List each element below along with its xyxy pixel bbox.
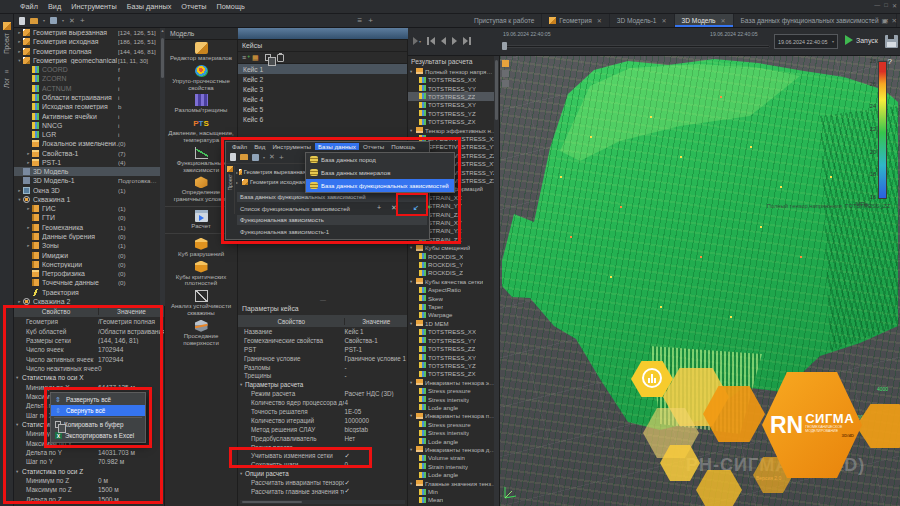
tree-item[interactable]: ACTNUMi xyxy=(14,84,164,93)
tab[interactable]: 3D Модель✕ xyxy=(675,14,734,27)
table-row[interactable]: Геометрия/Геометрия полная xyxy=(14,317,164,326)
tree-item[interactable]: Исходная геометрияb xyxy=(14,102,164,111)
checkbox-checked-icon[interactable]: ✓ xyxy=(344,479,407,487)
result-item[interactable]: TOTSTRESS_ZZ xyxy=(408,92,499,100)
tree-item[interactable]: ▸Геометрия полная[144, 146, 81] xyxy=(14,47,164,56)
expander-icon[interactable]: ▾ xyxy=(14,469,22,474)
results-scrollbar[interactable] xyxy=(494,56,499,506)
tree-item[interactable]: Точечные данные(0) xyxy=(14,278,164,287)
dropdown-item[interactable]: База данных пород xyxy=(306,153,454,166)
close-tab-icon[interactable]: ✕ xyxy=(721,17,726,24)
result-group[interactable]: ▾Полный тензор напря… xyxy=(408,67,499,75)
table-row[interactable]: Рассчитать главные значения тенз…✓ xyxy=(238,487,407,496)
move-icon[interactable]: + xyxy=(80,16,85,25)
menubar-item[interactable]: Отчеты xyxy=(176,2,211,11)
tab[interactable]: Приступая к работе xyxy=(467,14,542,27)
clipboard-icon[interactable] xyxy=(277,54,284,62)
tree-item[interactable]: ▸PST-1(4) xyxy=(14,158,164,167)
expander-icon[interactable]: ▸ xyxy=(25,243,32,248)
tree-item[interactable]: ▾Скважина 1 xyxy=(14,195,164,204)
tree-item[interactable]: Конструкции(0) xyxy=(14,260,164,269)
menubar-item[interactable]: Вид xyxy=(43,2,66,11)
tree-item[interactable]: ▾Геометрия_geomechanical[11, 11, 30] xyxy=(14,56,164,65)
tool-button-faults[interactable]: Разломы/трещины xyxy=(165,94,237,114)
table-row[interactable]: НазваниеКейс 1 xyxy=(238,327,407,336)
dropdown-item[interactable]: База данных функциональных зависимостей xyxy=(306,179,454,192)
close-icon[interactable]: ✕ xyxy=(892,2,897,9)
table-row[interactable]: Дельта по Y14031.703 м xyxy=(14,448,164,457)
tree-item[interactable]: ▸Скважина 2 xyxy=(14,297,164,306)
skip-end-icon[interactable] xyxy=(463,37,471,45)
result-item[interactable]: TOTSTRESS_ZX xyxy=(408,370,499,378)
tree-item[interactable]: 3D Модель-1Подготовка… xyxy=(14,176,164,185)
run-button[interactable]: Запуск xyxy=(845,35,878,45)
play-icon[interactable]: ▾ xyxy=(413,37,421,45)
case-item[interactable]: Кейс 5 xyxy=(238,104,407,114)
tree-item[interactable]: ▸Геомеханика(1) xyxy=(14,223,164,232)
fwin-side-tab[interactable]: Проект xyxy=(226,166,235,214)
tree-item[interactable]: Активные ячейкиi xyxy=(14,111,164,120)
move-icon[interactable]: + xyxy=(279,153,284,162)
result-item[interactable]: TOTSTRESS_XY xyxy=(408,101,499,109)
tool-button-materials[interactable]: Редактор материалов xyxy=(165,42,237,62)
table-row[interactable]: Число активных ячеек1702944 xyxy=(14,354,164,363)
result-item[interactable]: Skew xyxy=(408,294,499,302)
timeline-slider[interactable] xyxy=(502,45,770,48)
tool-button-elastic[interactable]: Упруго-прочностные свойства xyxy=(165,65,237,92)
table-row[interactable]: Число ячеек1702944 xyxy=(14,345,164,354)
result-item[interactable]: Lode angle xyxy=(408,437,499,445)
result-item[interactable]: Stress intensity xyxy=(408,428,499,436)
tool-button-cube3[interactable]: Анализ устойчивости скважины xyxy=(165,290,237,317)
tree-item[interactable]: LGRi xyxy=(14,130,164,139)
case-item[interactable]: Кейс 2 xyxy=(238,74,407,84)
tool-button-cube4[interactable]: Проседание поверхности xyxy=(165,320,237,347)
expander-icon[interactable]: ▸ xyxy=(16,299,23,304)
tree-item[interactable]: Имиджи(0) xyxy=(14,250,164,259)
expander-icon[interactable]: ▾ xyxy=(16,197,23,202)
menubar-item[interactable]: Помощь xyxy=(212,2,250,11)
table-row[interactable]: PSTPST-1 xyxy=(238,345,407,354)
table-row[interactable]: Минимум по X64477.125 м xyxy=(14,382,164,391)
save-results-icon[interactable] xyxy=(885,35,898,48)
close-icon[interactable]: ✕ xyxy=(391,204,397,212)
result-item[interactable]: Min xyxy=(408,487,499,495)
tool-button-cube1[interactable]: Куб разрушений xyxy=(165,238,237,258)
list-icon[interactable]: ≡ xyxy=(358,16,363,25)
result-item[interactable]: TOTSTRESS_YZ xyxy=(408,109,499,117)
functional-dependency-item[interactable]: Функциональная зависимость-1 xyxy=(237,225,427,238)
fwin-menubar-item[interactable]: Вид xyxy=(251,143,268,150)
result-group[interactable]: ▾Кубы качества сетки xyxy=(408,277,499,285)
result-item[interactable]: Volume strain xyxy=(408,454,499,462)
case-item[interactable]: Кейс 1 xyxy=(238,64,407,74)
result-item[interactable]: Warpage xyxy=(408,311,499,319)
table-row[interactable]: Режим расчетаРасчет НДС (3D) xyxy=(238,389,407,398)
result-item[interactable]: TOTSTRESS_XX xyxy=(408,328,499,336)
delete-icon[interactable]: ✕ xyxy=(69,17,75,25)
open-folder-icon[interactable] xyxy=(240,154,248,160)
tree-item[interactable]: ▸Геометрия вырезанная xyxy=(236,167,306,177)
result-group[interactable]: ▾1D MEM xyxy=(408,319,499,327)
tree-item[interactable]: Петрофизика(0) xyxy=(14,269,164,278)
tree-item[interactable]: ▸Окна 3D(1) xyxy=(14,186,164,195)
expander-icon[interactable]: ▸ xyxy=(25,206,32,211)
step-back-icon[interactable] xyxy=(441,37,446,45)
skip-start-icon[interactable] xyxy=(427,37,435,45)
tool-button-pts[interactable]: PTSДавление, насыщение, температура xyxy=(165,117,237,144)
table-row[interactable]: Шаг по Y70.982 м xyxy=(14,457,164,466)
save-icon[interactable] xyxy=(50,17,57,24)
open-folder-icon[interactable] xyxy=(30,18,38,24)
result-item[interactable]: TOTSTRESS_YY xyxy=(408,336,499,344)
table-row[interactable]: Минимум по Z0 м xyxy=(14,476,164,485)
tree-item[interactable]: ▸Геометрия вырезанная[124, 126, 51] xyxy=(14,28,164,37)
chevron-down-icon[interactable]: ▾ xyxy=(62,18,64,23)
result-item[interactable]: TOTSTRESS_YY xyxy=(408,84,499,92)
table-row[interactable]: Сохранять шаги0 xyxy=(238,460,407,469)
result-group[interactable]: ▾Главные значения тенз… xyxy=(408,479,499,487)
expander-icon[interactable]: ▸ xyxy=(16,30,23,35)
add-case-icon[interactable]: ≡+ xyxy=(242,54,246,61)
save-icon[interactable] xyxy=(252,154,259,161)
result-item[interactable]: Strain intensity xyxy=(408,462,499,470)
chevron-down-icon[interactable]: ▾ xyxy=(43,18,45,23)
result-item[interactable]: ROCKDIS_Y xyxy=(408,260,499,268)
table-group-row[interactable]: ▾Параметры расчета xyxy=(238,380,407,389)
